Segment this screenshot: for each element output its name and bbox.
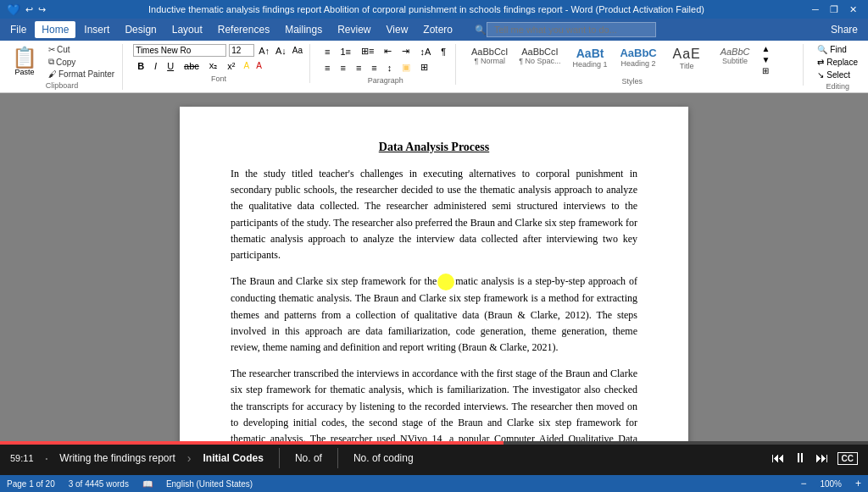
paragraph-3: The researcher transcribed the interview… [231, 366, 637, 441]
decrease-font-button[interactable]: A↓ [274, 45, 288, 57]
minimize-button[interactable]: ─ [807, 3, 824, 16]
menu-layout[interactable]: Layout [165, 21, 209, 38]
decrease-indent-button[interactable]: ⇤ [380, 44, 396, 58]
video-label: Writing the findings report [59, 452, 175, 464]
menu-review[interactable]: Review [331, 21, 377, 38]
numbering-button[interactable]: 1≡ [336, 45, 355, 58]
separator2 [337, 448, 338, 468]
pause-button[interactable]: ⏸ [793, 451, 807, 466]
skip-forward-button[interactable]: ⏭ [815, 451, 829, 466]
sort-button[interactable]: ↕A [415, 45, 435, 58]
paste-label: Paste [14, 68, 34, 76]
menu-bar: File Home Insert Design Layout Reference… [0, 19, 868, 41]
menu-mailings[interactable]: Mailings [278, 21, 329, 38]
bullets-button[interactable]: ≡ [320, 45, 334, 58]
style-heading2[interactable]: AaBbC Heading 2 [615, 44, 662, 75]
word-count: 3 of 4445 words [69, 479, 129, 489]
shading-button[interactable]: ▣ [398, 60, 415, 75]
superscript-button[interactable]: x² [223, 59, 239, 73]
styles-expand[interactable]: ⊞ [762, 66, 771, 75]
font-family-input[interactable] [133, 44, 226, 57]
clipboard-label: Clipboard [7, 81, 117, 90]
menu-view[interactable]: View [380, 21, 415, 38]
paste-icon: 📋 [12, 47, 37, 68]
paragraph-2: The Braun and Clarke six step framework … [231, 274, 637, 356]
clipboard-small-buttons: ✂ Cut ⧉ Copy 🖌 Format Painter [46, 44, 117, 80]
align-left-button[interactable]: ≡ [320, 61, 334, 75]
paste-button[interactable]: 📋 Paste [7, 44, 42, 80]
style-subtitle[interactable]: AaBbC Subtitle [712, 44, 759, 75]
styles-scroll-buttons: ▲ ▼ ⊞ [760, 44, 771, 75]
video-controls: ⏮ ⏸ ⏭ [771, 451, 829, 466]
clear-formatting-button[interactable]: Aa [291, 45, 304, 56]
italic-button[interactable]: I [150, 59, 161, 73]
copy-button[interactable]: ⧉ Copy [46, 56, 117, 68]
borders-button[interactable]: ⊞ [416, 60, 432, 75]
format-painter-button[interactable]: 🖌 Format Painter [46, 69, 117, 80]
justify-button[interactable]: ≡ [367, 61, 381, 75]
zoom-out-button[interactable]: − [800, 478, 806, 489]
styles-scroll-down[interactable]: ▼ [762, 55, 771, 64]
font-size-input[interactable] [229, 44, 254, 57]
progress-bar-container [0, 441, 868, 445]
menu-references[interactable]: References [211, 21, 276, 38]
bold-button[interactable]: B [133, 59, 148, 73]
style-normal[interactable]: AaBbCcI ¶ Normal [466, 44, 513, 75]
styles-group: AaBbCcI ¶ Normal AaBbCcI ¶ No Spac... Aa… [466, 44, 804, 86]
quick-access-redo[interactable]: ↪ [38, 4, 46, 15]
proofing-icon[interactable]: 📖 [142, 479, 153, 489]
progress-bar-fill [0, 441, 504, 445]
cursor-highlight [437, 274, 454, 290]
styles-group-label: Styles [466, 77, 798, 86]
subscript-button[interactable]: x₂ [205, 58, 222, 73]
menu-zotero[interactable]: Zotero [416, 21, 459, 38]
quick-access-undo[interactable]: ↩ [25, 4, 33, 15]
close-button[interactable]: ✕ [844, 3, 861, 16]
menu-file[interactable]: File [3, 21, 33, 38]
heading2-label: Heading 2 [621, 59, 656, 68]
word-icon: 💙 [7, 3, 20, 16]
increase-indent-button[interactable]: ⇥ [398, 44, 414, 58]
skip-back-button[interactable]: ⏮ [771, 451, 785, 466]
select-button[interactable]: ↘ Select [814, 69, 861, 80]
show-formatting-button[interactable]: ¶ [437, 45, 450, 58]
separator [279, 448, 280, 468]
document-page: Data Analysis Process In the study title… [180, 107, 688, 441]
menu-design[interactable]: Design [118, 21, 163, 38]
replace-button[interactable]: ⇄ Replace [814, 57, 861, 68]
menu-home[interactable]: Home [35, 21, 75, 38]
page-count: Page 1 of 20 [7, 479, 55, 489]
style-title[interactable]: AaE Title [664, 44, 710, 75]
heading1-label: Heading 1 [573, 60, 608, 69]
video-bar: 59:11 • Writing the findings report › In… [0, 441, 868, 475]
cc-button[interactable]: CC [837, 452, 858, 465]
editing-group-label: Editing [814, 82, 861, 91]
find-button[interactable]: 🔍 Find [814, 44, 861, 55]
menu-insert[interactable]: Insert [77, 21, 116, 38]
document-area: Data Analysis Process In the study title… [0, 93, 868, 441]
align-center-button[interactable]: ≡ [336, 61, 349, 75]
paragraph-group-label: Paragraph [320, 76, 450, 85]
align-right-button[interactable]: ≡ [352, 61, 365, 75]
line-spacing-button[interactable]: ↕ [383, 61, 397, 75]
table-header-no-of-coding: No. of coding [353, 452, 414, 464]
styles-scroll-up[interactable]: ▲ [762, 44, 771, 53]
tell-me-input[interactable] [487, 22, 656, 37]
style-heading1[interactable]: AaBt Heading 1 [567, 44, 614, 75]
window-title: Inductive thematic analysis findings rep… [46, 4, 807, 14]
subtitle-label: Subtitle [722, 57, 748, 65]
increase-font-button[interactable]: A↑ [257, 45, 271, 57]
font-color-button[interactable]: A [253, 60, 264, 71]
style-no-space[interactable]: AaBbCcI ¶ No Spac... [515, 44, 565, 75]
highlight-button[interactable]: A [242, 60, 253, 71]
status-bar: Page 1 of 20 3 of 4445 words 📖 English (… [0, 475, 868, 492]
strikethrough-button[interactable]: abc [180, 59, 203, 73]
language: English (United States) [166, 479, 253, 489]
share-button[interactable]: Share [824, 21, 865, 38]
multilevel-button[interactable]: ⊞≡ [357, 44, 378, 58]
zoom-in-button[interactable]: + [855, 478, 861, 489]
title-bar-left: 💙 ↩ ↪ [7, 3, 46, 16]
underline-button[interactable]: U [163, 59, 178, 73]
cut-button[interactable]: ✂ Cut [46, 44, 117, 55]
restore-button[interactable]: ❐ [826, 3, 843, 16]
